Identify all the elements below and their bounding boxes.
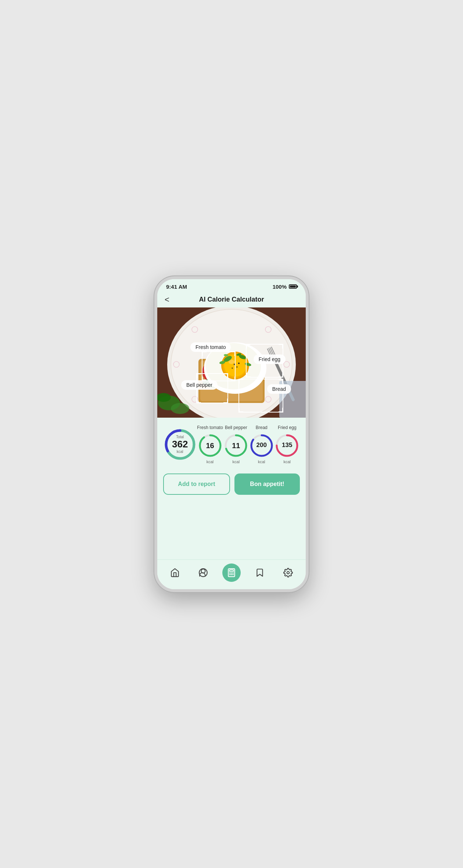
battery-percent: 100%: [273, 284, 287, 290]
content-area: Total 362 kcal Fresh tomato 16: [157, 418, 306, 559]
item-unit-3: kcal: [283, 460, 291, 464]
item-name-3: Fried egg: [278, 425, 297, 430]
item-bell-pepper: Bell pepper 11 kcal: [223, 425, 248, 464]
item-name-1: Bell pepper: [225, 425, 247, 430]
status-right: 100%: [273, 284, 297, 290]
nav-calculator[interactable]: [222, 563, 241, 582]
svg-rect-56: [282, 344, 283, 349]
header: < AI Calorie Calculator: [157, 292, 306, 307]
item-fried-egg: Fried egg 135 kcal: [274, 425, 299, 464]
total-donut-center: Total 362 kcal: [172, 435, 188, 454]
nav-settings[interactable]: [279, 563, 297, 582]
nav-bookmark[interactable]: [251, 563, 269, 582]
svg-rect-69: [227, 399, 228, 403]
battery-fill: [290, 285, 296, 288]
action-buttons: Add to report Bon appetit!: [157, 468, 306, 499]
svg-rect-51: [234, 377, 235, 381]
settings-icon: [283, 568, 293, 577]
svg-point-31: [237, 366, 238, 367]
svg-rect-45: [202, 352, 203, 356]
item-name-0: Fresh tomato: [197, 425, 223, 430]
donut-center-3: 135: [282, 442, 292, 449]
add-to-report-button[interactable]: Add to report: [163, 473, 230, 495]
bookmark-icon: [255, 568, 265, 577]
food-label-bread: Bread: [267, 384, 291, 394]
battery-icon: [289, 284, 297, 289]
page-title: AI Calorie Calculator: [199, 296, 264, 303]
svg-rect-54: [246, 344, 247, 349]
item-unit-0: kcal: [207, 460, 214, 464]
svg-rect-47: [234, 352, 235, 356]
item-value-1: 11: [232, 442, 240, 450]
donut-0: 16: [198, 433, 223, 458]
donut-center-2: 200: [256, 442, 267, 449]
phone-frame: 9:41 AM 100% < AI Calorie Calculator: [154, 276, 309, 592]
svg-point-41: [171, 403, 189, 414]
item-value-3: 135: [282, 442, 292, 449]
item-unit-2: kcal: [258, 460, 265, 464]
svg-rect-78: [282, 408, 283, 412]
svg-rect-72: [239, 379, 240, 383]
svg-rect-93: [230, 570, 234, 571]
status-bar: 9:41 AM 100%: [157, 279, 306, 292]
svg-rect-58: [246, 373, 247, 377]
donut-2: 200: [249, 433, 274, 458]
battery-body: [289, 284, 297, 289]
item-value-2: 200: [256, 442, 267, 449]
total-unit: kcal: [172, 450, 188, 454]
total-calories: Total 362 kcal: [164, 428, 197, 461]
item-unit-1: kcal: [233, 460, 240, 464]
svg-rect-63: [197, 374, 197, 378]
total-donut-container: Total 362 kcal: [164, 428, 197, 461]
food-label-bell-pepper: Bell pepper: [181, 380, 218, 390]
food-label-fresh-tomato: Fresh tomato: [190, 342, 231, 352]
calorie-section: Total 362 kcal Fresh tomato 16: [157, 418, 306, 468]
svg-point-33: [238, 363, 240, 364]
nav-profile[interactable]: [194, 563, 212, 582]
calculator-icon: [227, 568, 236, 577]
status-time: 9:41 AM: [166, 284, 187, 290]
bottom-nav: [157, 559, 306, 589]
donut-1: 11: [223, 433, 248, 458]
svg-rect-74: [282, 379, 283, 383]
bon-appetit-button[interactable]: Bon appetit!: [234, 473, 300, 495]
svg-rect-76: [239, 408, 240, 412]
svg-point-100: [287, 571, 289, 574]
food-label-fried-egg: Fried egg: [254, 354, 286, 364]
back-button[interactable]: <: [165, 296, 169, 304]
item-name-2: Bread: [256, 425, 268, 430]
svg-point-32: [232, 367, 233, 368]
svg-rect-67: [197, 399, 197, 403]
food-image: Fresh tomato Fried egg Bell pepper Bread: [157, 307, 306, 418]
total-value: 362: [172, 439, 188, 450]
donut-center-0: 16: [206, 442, 214, 450]
donut-center-1: 11: [232, 442, 240, 450]
nav-home[interactable]: [166, 563, 184, 582]
home-icon: [170, 568, 180, 577]
item-bread: Bread 200 kcal: [249, 425, 274, 464]
svg-rect-65: [227, 374, 228, 378]
donut-3: 135: [274, 433, 299, 458]
svg-rect-60: [282, 373, 283, 377]
item-value-0: 16: [206, 442, 214, 450]
item-fresh-tomato: Fresh tomato 16 kcal: [197, 425, 223, 464]
profile-icon: [198, 568, 208, 577]
